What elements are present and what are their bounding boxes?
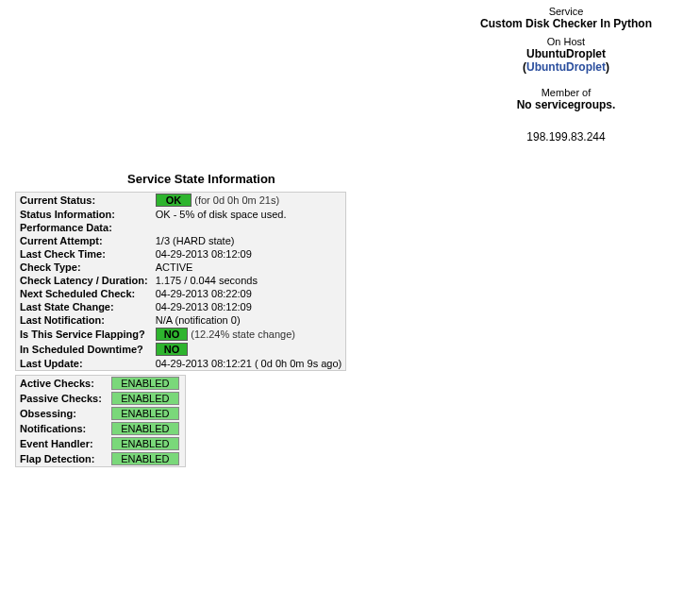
- status-note: (for 0d 0h 0m 21s): [194, 194, 279, 206]
- eventhandler-label: Event Handler:: [16, 436, 108, 451]
- row-next-check: Next Scheduled Check: 04-29-2013 08:22:0…: [16, 287, 346, 300]
- row-last-state-change: Last State Change: 04-29-2013 08:12:09: [16, 300, 346, 313]
- notifications-value: ENABLED: [111, 422, 179, 435]
- active-checks-value: ENABLED: [111, 377, 179, 390]
- obsessing-label: Obsessing:: [16, 406, 108, 421]
- row-perf-data: Performance Data:: [16, 221, 346, 234]
- checktype-value: ACTIVE: [152, 261, 346, 274]
- laststate-label: Last State Change:: [16, 300, 152, 313]
- downtime-label: In Scheduled Downtime?: [16, 342, 152, 357]
- lastupdate-label: Last Update:: [16, 357, 152, 371]
- flapdetect-label: Flap Detection:: [16, 451, 108, 467]
- perf-value: [152, 221, 346, 234]
- lastcheck-label: Last Check Time:: [16, 247, 152, 261]
- host-name: UbuntuDroplet: [453, 47, 679, 60]
- passive-checks-value: ENABLED: [111, 392, 179, 405]
- row-notifications: Notifications: ENABLED: [16, 421, 186, 436]
- lastnotif-value: N/A (notification 0): [152, 313, 346, 327]
- row-passive-checks: Passive Checks: ENABLED: [16, 391, 186, 406]
- lastcheck-value: 04-29-2013 08:12:09: [152, 247, 346, 261]
- row-last-check: Last Check Time: 04-29-2013 08:12:09: [16, 247, 346, 261]
- status-info-label: Status Information:: [16, 208, 152, 221]
- flapping-tag: NO: [156, 328, 189, 341]
- row-current-status: Current Status: OK (for 0d 0h 0m 21s): [16, 193, 346, 209]
- row-obsessing: Obsessing: ENABLED: [16, 406, 186, 421]
- row-downtime: In Scheduled Downtime? NO: [16, 342, 346, 357]
- obsessing-value: ENABLED: [111, 407, 179, 420]
- lastupdate-value: 04-29-2013 08:12:21 ( 0d 0h 0m 9s ago): [152, 357, 346, 371]
- row-check-type: Check Type: ACTIVE: [16, 261, 346, 274]
- flapping-label: Is This Service Flapping?: [16, 327, 152, 342]
- status-ok-tag: OK: [156, 194, 192, 207]
- status-info-value: OK - 5% of disk space used.: [152, 208, 346, 221]
- passive-checks-label: Passive Checks:: [16, 391, 108, 406]
- flapping-note: (12.24% state change): [191, 329, 295, 340]
- nextcheck-label: Next Scheduled Check:: [16, 287, 152, 300]
- current-status-label: Current Status:: [16, 193, 152, 209]
- downtime-tag: NO: [156, 343, 189, 356]
- service-header: Service Custom Disk Checker In Python On…: [453, 6, 679, 143]
- latency-value: 1.175 / 0.044 seconds: [152, 274, 346, 287]
- service-label: Service: [453, 6, 679, 17]
- row-flap-detection: Flap Detection: ENABLED: [16, 451, 186, 467]
- state-info-table: Current Status: OK (for 0d 0h 0m 21s) St…: [15, 192, 346, 371]
- row-flapping: Is This Service Flapping? NO (12.24% sta…: [16, 327, 346, 342]
- memberof-label: Member of: [453, 87, 679, 98]
- row-status-info: Status Information: OK - 5% of disk spac…: [16, 208, 346, 221]
- service-name: Custom Disk Checker In Python: [453, 17, 679, 30]
- row-event-handler: Event Handler: ENABLED: [16, 436, 186, 451]
- nextcheck-value: 04-29-2013 08:22:09: [152, 287, 346, 300]
- active-checks-label: Active Checks:: [16, 376, 108, 392]
- row-active-checks: Active Checks: ENABLED: [16, 376, 186, 392]
- notifications-label: Notifications:: [16, 421, 108, 436]
- row-latency: Check Latency / Duration: 1.175 / 0.044 …: [16, 274, 346, 287]
- checktype-label: Check Type:: [16, 261, 152, 274]
- section-title: Service State Information: [127, 172, 700, 186]
- flapdetect-value: ENABLED: [111, 452, 179, 465]
- attempt-value: 1/3 (HARD state): [152, 234, 346, 247]
- perf-label: Performance Data:: [16, 221, 152, 234]
- lastnotif-label: Last Notification:: [16, 313, 152, 327]
- attempt-label: Current Attempt:: [16, 234, 152, 247]
- memberof-value: No servicegroups.: [453, 98, 679, 111]
- latency-label: Check Latency / Duration:: [16, 274, 152, 287]
- row-last-update: Last Update: 04-29-2013 08:12:21 ( 0d 0h…: [16, 357, 346, 371]
- onhost-label: On Host: [453, 36, 679, 47]
- host-link[interactable]: UbuntuDroplet: [526, 60, 606, 74]
- row-last-notification: Last Notification: N/A (notification 0): [16, 313, 346, 327]
- checks-table: Active Checks: ENABLED Passive Checks: E…: [15, 375, 186, 467]
- row-current-attempt: Current Attempt: 1/3 (HARD state): [16, 234, 346, 247]
- laststate-value: 04-29-2013 08:12:09: [152, 300, 346, 313]
- eventhandler-value: ENABLED: [111, 437, 179, 450]
- host-ip: 198.199.83.244: [453, 130, 679, 143]
